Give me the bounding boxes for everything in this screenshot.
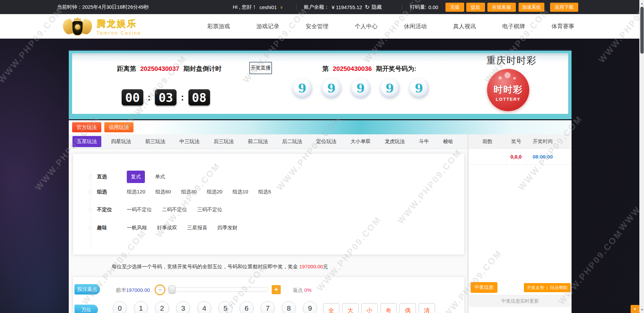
quick-big-button[interactable]: 大 — [342, 303, 359, 313]
nav-board-games[interactable]: 电子棋牌 — [502, 23, 525, 30]
speedup-button[interactable]: 加速系统 — [519, 3, 544, 12]
quick-clear-button[interactable]: 清 — [419, 303, 435, 313]
timer-separator: : — [181, 92, 184, 103]
customer-service-button[interactable]: 在线客服 — [487, 3, 516, 12]
nav-personal-center[interactable]: 个人中心 — [355, 23, 378, 30]
cell-draw-time: 08:00:00 — [526, 154, 559, 160]
live-draw-button[interactable]: 开奖直播 — [249, 62, 272, 74]
minus-button[interactable]: − — [155, 284, 165, 295]
tab-housan[interactable]: 后三玩法 — [209, 136, 238, 147]
group-label: 不定位 — [97, 207, 127, 213]
option-sijifacai[interactable]: 四季发财 — [217, 225, 237, 231]
option-zuxuan10[interactable]: 组选10 — [232, 189, 248, 195]
page-scrollbar[interactable]: ▲ ▼ — [639, 0, 644, 313]
slider-handle[interactable] — [169, 285, 175, 294]
option-sanma[interactable]: 三码不定位 — [197, 207, 222, 213]
app-download-button[interactable]: 应用下载 — [550, 3, 578, 12]
balance-label: 账户余额： — [304, 4, 329, 10]
panel-links: 开奖走势 | 玩法帮助 — [524, 283, 571, 292]
quick-all-button[interactable]: 全 — [323, 303, 339, 313]
option-danshi[interactable]: 单式 — [155, 174, 165, 180]
quick-small-button[interactable]: 小 — [361, 303, 378, 313]
number-ball-5[interactable]: 5 — [218, 301, 232, 313]
help-link[interactable]: 玩法帮助 — [550, 285, 568, 291]
page: 当前时钟： 2025年4月30日16时26分49秒 Hi , 您好！ ceshi… — [0, 0, 644, 313]
credit-play-button[interactable]: 信用玩法 — [104, 122, 133, 132]
user-greeting[interactable]: Hi , 您好！ ceshi01 ∨ — [233, 0, 283, 14]
rebate-slider[interactable] — [168, 287, 268, 292]
number-ball-6[interactable]: 6 — [239, 301, 254, 313]
rebate-value: 返点 0% — [293, 287, 312, 294]
number-ball-1[interactable]: 1 — [134, 301, 148, 313]
option-sanxingbaoxi[interactable]: 三星报喜 — [187, 225, 207, 231]
tab-sixing[interactable]: 四星玩法 — [107, 136, 136, 147]
nav-game-records[interactable]: 游戏记录 — [257, 23, 279, 30]
brand-text[interactable]: 腾龙娱乐 Tamron Casino — [97, 17, 141, 36]
number-ball-3[interactable]: 3 — [176, 301, 190, 313]
nav-lottery-games[interactable]: 彩票游戏 — [207, 23, 230, 30]
tab-qianer[interactable]: 前二玩法 — [244, 136, 272, 147]
scrollbar-thumb[interactable] — [640, 7, 644, 54]
brand-emblem-icon — [62, 17, 93, 37]
tab-qiansan[interactable]: 前三玩法 — [141, 136, 170, 147]
tab-houer[interactable]: 后二玩法 — [278, 136, 307, 147]
withdraw-button[interactable]: 提款 — [466, 3, 485, 12]
win-info-button[interactable]: 中奖信息 — [471, 282, 497, 293]
option-erma[interactable]: 二码不定位 — [162, 207, 187, 213]
option-haoshichengshuang[interactable]: 好事成双 — [157, 225, 177, 231]
tab-longhu[interactable]: 龙虎玩法 — [380, 136, 409, 147]
chevron-down-icon[interactable]: ∨ — [280, 5, 283, 10]
scroll-down-icon[interactable]: ▼ — [640, 307, 644, 312]
option-fushi[interactable]: 复式 — [127, 171, 145, 183]
nav-security[interactable]: 安全管理 — [306, 23, 328, 30]
nav-sports[interactable]: 体育赛事 — [551, 23, 574, 30]
number-ball-0[interactable]: 0 — [113, 301, 127, 313]
result-ball: 9 — [380, 78, 400, 98]
timeline-dot — [89, 175, 92, 179]
scroll-up-icon[interactable]: ▲ — [640, 1, 644, 6]
clock-label: 当前时钟： — [57, 4, 82, 10]
corner-dropdown-button[interactable]: ▼ — [631, 305, 639, 313]
number-ball-7[interactable]: 7 — [261, 301, 275, 313]
quick-even-button[interactable]: 偶 — [399, 303, 416, 313]
brand-name: 腾龙娱乐 — [97, 17, 141, 30]
option-yifanfengshun[interactable]: 一帆风顺 — [127, 225, 147, 231]
bet-input-card: 投注返点 赔率197000.00 − + 返点 0% 万位 0 1 2 3 4 … — [73, 277, 464, 313]
option-zuxuan60[interactable]: 组选60 — [155, 189, 171, 195]
official-play-button[interactable]: 官方玩法 — [72, 122, 101, 132]
deposit-button[interactable]: 充值 — [445, 3, 464, 12]
option-zuxuan20[interactable]: 组选20 — [207, 189, 222, 195]
refresh-icon[interactable]: ↻ — [365, 4, 370, 11]
result-balls: 9 9 9 9 9 — [292, 78, 429, 98]
draw-issue-number: 20250430036 — [333, 65, 372, 72]
plus-button[interactable]: + — [272, 285, 281, 294]
result-ball: 9 — [409, 78, 429, 98]
logo-english-text: LOTTERY — [487, 97, 529, 102]
position-tab-wanwei[interactable]: 万位 — [74, 305, 98, 313]
tab-douniu[interactable]: 斗牛 — [415, 136, 433, 147]
tab-daxiaodanshuang[interactable]: 大小单双 — [346, 136, 375, 147]
link-divider: | — [547, 285, 548, 290]
tab-wuxing[interactable]: 五星玩法 — [72, 136, 101, 147]
option-zuxuan30[interactable]: 组选30 — [181, 189, 197, 195]
number-ball-8[interactable]: 8 — [282, 301, 296, 313]
hide-balance-button[interactable]: 隐藏 — [372, 4, 382, 10]
rebate-label: 返点 — [293, 287, 303, 293]
option-zuxuan5[interactable]: 组选5 — [258, 189, 271, 195]
trend-link[interactable]: 开奖走势 — [527, 285, 544, 291]
result-ball: 9 — [292, 78, 312, 98]
number-ball-2[interactable]: 2 — [155, 301, 169, 313]
balance-value: ¥ 1194755.12 — [332, 4, 362, 10]
nav-live-casino[interactable]: 真人视讯 — [453, 23, 476, 30]
brand-subtitle: Tamron Casino — [97, 30, 141, 36]
tab-suoha[interactable]: 梭哈 — [439, 136, 458, 147]
rebate-tab[interactable]: 投注返点 — [74, 284, 100, 295]
number-ball-9[interactable]: 9 — [303, 301, 317, 313]
option-zuxuan120[interactable]: 组选120 — [127, 189, 145, 195]
tab-zhongsan[interactable]: 中三玩法 — [175, 136, 204, 147]
tab-dingwei[interactable]: 定位玩法 — [312, 136, 341, 147]
option-yima[interactable]: 一码不定位 — [127, 207, 152, 213]
quick-odd-button[interactable]: 奇 — [380, 303, 397, 313]
nav-leisure-activities[interactable]: 休闲活动 — [404, 23, 427, 30]
number-ball-4[interactable]: 4 — [197, 301, 211, 313]
